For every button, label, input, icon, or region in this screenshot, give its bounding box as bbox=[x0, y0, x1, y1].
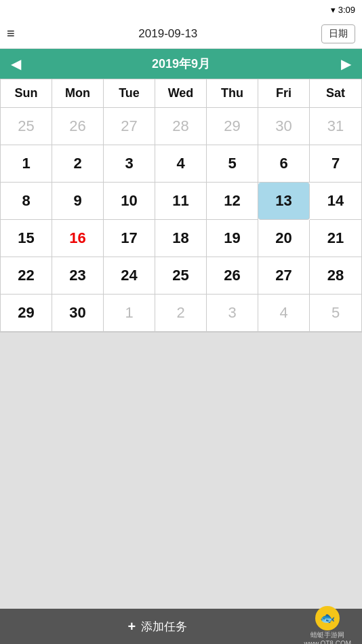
weekday-sat: Sat bbox=[310, 79, 361, 107]
calendar-day[interactable]: 21 bbox=[310, 220, 361, 257]
calendar-day[interactable]: 3 bbox=[104, 145, 155, 183]
calendar-day[interactable]: 20 bbox=[258, 220, 310, 257]
calendar-day[interactable]: 17 bbox=[104, 220, 155, 257]
calendar-header: ◀ 2019年9月 ▶ bbox=[0, 49, 362, 79]
calendar-day[interactable]: 2 bbox=[155, 295, 207, 332]
calendar-day[interactable]: 16 bbox=[52, 220, 104, 257]
battery-icon: ▾ bbox=[331, 5, 336, 15]
weekday-sun: Sun bbox=[1, 79, 52, 107]
prev-month-button[interactable]: ◀ bbox=[11, 56, 21, 72]
calendar-day[interactable]: 12 bbox=[207, 183, 258, 220]
calendar-day[interactable]: 9 bbox=[52, 183, 104, 220]
calendar-day[interactable]: 24 bbox=[104, 257, 155, 295]
calendar-day[interactable]: 30 bbox=[52, 295, 104, 332]
status-time: 3:09 bbox=[338, 5, 355, 15]
calendar-days: 2526272829303112345678910111213141516171… bbox=[1, 108, 361, 332]
weekday-wed: Wed bbox=[155, 79, 207, 107]
calendar-day[interactable]: 26 bbox=[52, 108, 104, 145]
nav-bar: ≡ 2019-09-13 日期 bbox=[0, 19, 362, 49]
add-task-button[interactable]: + 添加任务 bbox=[11, 619, 304, 634]
calendar-day[interactable]: 15 bbox=[1, 220, 52, 257]
calendar-day[interactable]: 13 bbox=[258, 183, 310, 220]
calendar-day[interactable]: 28 bbox=[155, 108, 207, 145]
calendar-day[interactable]: 23 bbox=[52, 257, 104, 295]
calendar-day[interactable]: 4 bbox=[155, 145, 207, 183]
weekday-thu: Thu bbox=[207, 79, 258, 107]
add-task-label: 添加任务 bbox=[141, 619, 187, 634]
watermark: 🐟 蜻蜓手游网 www.QT8.COM bbox=[304, 606, 351, 645]
calendar-day[interactable]: 28 bbox=[310, 257, 361, 295]
calendar-day[interactable]: 19 bbox=[207, 220, 258, 257]
calendar-day[interactable]: 25 bbox=[1, 108, 52, 145]
calendar-month-title: 2019年9月 bbox=[152, 56, 210, 72]
date-button[interactable]: 日期 bbox=[321, 24, 355, 43]
calendar-day[interactable]: 26 bbox=[207, 257, 258, 295]
menu-icon[interactable]: ≡ bbox=[7, 26, 15, 41]
status-icons: ▾ 3:09 bbox=[331, 5, 355, 15]
status-bar: ▾ 3:09 bbox=[0, 0, 362, 19]
calendar-day[interactable]: 25 bbox=[155, 257, 207, 295]
calendar-day[interactable]: 29 bbox=[1, 295, 52, 332]
nav-title: 2019-09-13 bbox=[138, 27, 197, 41]
weekday-header-row: Sun Mon Tue Wed Thu Fri Sat bbox=[1, 79, 361, 108]
next-month-button[interactable]: ▶ bbox=[341, 56, 351, 72]
calendar-day[interactable]: 5 bbox=[207, 145, 258, 183]
calendar-day[interactable]: 3 bbox=[207, 295, 258, 332]
calendar-day[interactable]: 10 bbox=[104, 183, 155, 220]
calendar-day[interactable]: 22 bbox=[1, 257, 52, 295]
calendar-day[interactable]: 18 bbox=[155, 220, 207, 257]
calendar-day[interactable]: 6 bbox=[258, 145, 310, 183]
plus-icon: + bbox=[127, 619, 136, 634]
calendar-day[interactable]: 1 bbox=[104, 295, 155, 332]
watermark-sub: www.QT8.COM bbox=[304, 640, 351, 645]
calendar-day[interactable]: 7 bbox=[310, 145, 361, 183]
calendar-day[interactable]: 4 bbox=[258, 295, 310, 332]
calendar-day[interactable]: 27 bbox=[258, 257, 310, 295]
watermark-logo: 🐟 bbox=[315, 606, 340, 630]
calendar-day[interactable]: 30 bbox=[258, 108, 310, 145]
watermark-text: 蜻蜓手游网 bbox=[310, 630, 344, 640]
calendar-day[interactable]: 31 bbox=[310, 108, 361, 145]
calendar-day[interactable]: 1 bbox=[1, 145, 52, 183]
calendar-day[interactable]: 27 bbox=[104, 108, 155, 145]
weekday-tue: Tue bbox=[104, 79, 155, 107]
bottom-bar: + 添加任务 🐟 蜻蜓手游网 www.QT8.COM bbox=[0, 609, 362, 644]
calendar-grid: Sun Mon Tue Wed Thu Fri Sat 252627282930… bbox=[0, 79, 362, 333]
weekday-mon: Mon bbox=[52, 79, 104, 107]
calendar-day[interactable]: 29 bbox=[207, 108, 258, 145]
calendar-day[interactable]: 5 bbox=[310, 295, 361, 332]
calendar-day[interactable]: 11 bbox=[155, 183, 207, 220]
calendar-day[interactable]: 2 bbox=[52, 145, 104, 183]
weekday-fri: Fri bbox=[258, 79, 310, 107]
calendar-day[interactable]: 8 bbox=[1, 183, 52, 220]
calendar-day[interactable]: 14 bbox=[310, 183, 361, 220]
